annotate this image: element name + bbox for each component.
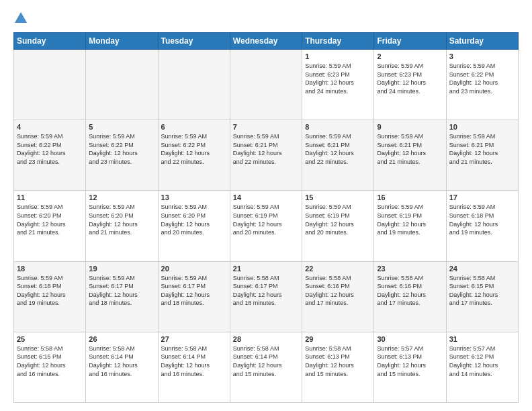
day-info: Sunrise: 5:59 AM Sunset: 6:17 PM Dayligh… xyxy=(161,274,227,308)
day-info: Sunrise: 5:59 AM Sunset: 6:20 PM Dayligh… xyxy=(89,203,154,236)
calendar-cell: 20Sunrise: 5:59 AM Sunset: 6:17 PM Dayli… xyxy=(158,261,230,332)
calendar-week-row: 18Sunrise: 5:59 AM Sunset: 6:18 PM Dayli… xyxy=(14,261,519,332)
day-info: Sunrise: 5:58 AM Sunset: 6:15 PM Dayligh… xyxy=(449,274,515,308)
day-number: 1 xyxy=(305,52,371,60)
calendar-cell: 18Sunrise: 5:59 AM Sunset: 6:18 PM Dayli… xyxy=(14,261,86,332)
day-number: 24 xyxy=(449,265,515,273)
calendar-week-row: 11Sunrise: 5:59 AM Sunset: 6:20 PM Dayli… xyxy=(14,191,519,261)
day-number: 30 xyxy=(377,335,443,343)
calendar-cell: 16Sunrise: 5:59 AM Sunset: 6:19 PM Dayli… xyxy=(374,191,446,261)
day-info: Sunrise: 5:59 AM Sunset: 6:22 PM Dayligh… xyxy=(89,132,154,166)
day-info: Sunrise: 5:59 AM Sunset: 6:18 PM Dayligh… xyxy=(17,274,83,308)
day-info: Sunrise: 5:59 AM Sunset: 6:21 PM Dayligh… xyxy=(377,132,443,166)
day-info: Sunrise: 5:59 AM Sunset: 6:18 PM Dayligh… xyxy=(449,203,515,236)
header-wednesday: Wednesday xyxy=(230,33,302,50)
day-info: Sunrise: 5:59 AM Sunset: 6:21 PM Dayligh… xyxy=(305,132,371,166)
calendar-cell xyxy=(230,50,302,120)
day-number: 15 xyxy=(305,193,371,201)
header-friday: Friday xyxy=(374,33,446,50)
day-number: 19 xyxy=(89,265,154,273)
day-info: Sunrise: 5:58 AM Sunset: 6:14 PM Dayligh… xyxy=(89,345,154,378)
calendar-cell: 12Sunrise: 5:59 AM Sunset: 6:20 PM Dayli… xyxy=(86,191,158,261)
calendar-cell: 31Sunrise: 5:57 AM Sunset: 6:12 PM Dayli… xyxy=(446,332,518,402)
day-info: Sunrise: 5:58 AM Sunset: 6:16 PM Dayligh… xyxy=(305,274,371,308)
day-number: 18 xyxy=(17,265,83,273)
day-info: Sunrise: 5:59 AM Sunset: 6:17 PM Dayligh… xyxy=(89,274,154,308)
day-info: Sunrise: 5:58 AM Sunset: 6:14 PM Dayligh… xyxy=(161,345,227,378)
day-number: 27 xyxy=(161,335,227,343)
day-info: Sunrise: 5:58 AM Sunset: 6:17 PM Dayligh… xyxy=(233,274,299,308)
header-tuesday: Tuesday xyxy=(158,33,230,50)
calendar-cell: 24Sunrise: 5:58 AM Sunset: 6:15 PM Dayli… xyxy=(446,261,518,332)
calendar-cell: 3Sunrise: 5:59 AM Sunset: 6:22 PM Daylig… xyxy=(446,50,518,120)
calendar-cell: 27Sunrise: 5:58 AM Sunset: 6:14 PM Dayli… xyxy=(158,332,230,402)
day-info: Sunrise: 5:59 AM Sunset: 6:19 PM Dayligh… xyxy=(305,203,371,236)
day-info: Sunrise: 5:59 AM Sunset: 6:19 PM Dayligh… xyxy=(233,203,299,236)
day-number: 25 xyxy=(17,335,83,343)
day-number: 21 xyxy=(233,265,299,273)
calendar-cell: 25Sunrise: 5:58 AM Sunset: 6:15 PM Dayli… xyxy=(14,332,86,402)
calendar-cell: 28Sunrise: 5:58 AM Sunset: 6:14 PM Dayli… xyxy=(230,332,302,402)
day-info: Sunrise: 5:59 AM Sunset: 6:22 PM Dayligh… xyxy=(449,62,515,95)
calendar-cell: 15Sunrise: 5:59 AM Sunset: 6:19 PM Dayli… xyxy=(302,191,374,261)
day-info: Sunrise: 5:58 AM Sunset: 6:16 PM Dayligh… xyxy=(377,274,443,308)
calendar-cell: 8Sunrise: 5:59 AM Sunset: 6:21 PM Daylig… xyxy=(302,120,374,191)
calendar-page: Sunday Monday Tuesday Wednesday Thursday… xyxy=(0,0,532,411)
day-number: 16 xyxy=(377,193,443,201)
day-number: 23 xyxy=(377,265,443,273)
day-info: Sunrise: 5:58 AM Sunset: 6:15 PM Dayligh… xyxy=(17,345,83,378)
day-info: Sunrise: 5:59 AM Sunset: 6:23 PM Dayligh… xyxy=(305,62,371,95)
header-thursday: Thursday xyxy=(302,33,374,50)
logo xyxy=(13,11,31,26)
calendar-cell: 10Sunrise: 5:59 AM Sunset: 6:21 PM Dayli… xyxy=(446,120,518,191)
day-number: 4 xyxy=(17,123,83,131)
day-info: Sunrise: 5:59 AM Sunset: 6:19 PM Dayligh… xyxy=(377,203,443,236)
calendar-cell: 11Sunrise: 5:59 AM Sunset: 6:20 PM Dayli… xyxy=(14,191,86,261)
day-number: 22 xyxy=(305,265,371,273)
calendar-week-row: 4Sunrise: 5:59 AM Sunset: 6:22 PM Daylig… xyxy=(14,120,519,191)
calendar-cell xyxy=(14,50,86,120)
calendar-header-row: Sunday Monday Tuesday Wednesday Thursday… xyxy=(14,33,519,50)
logo-icon xyxy=(13,11,28,26)
calendar-cell: 22Sunrise: 5:58 AM Sunset: 6:16 PM Dayli… xyxy=(302,261,374,332)
day-number: 14 xyxy=(233,193,299,201)
day-number: 6 xyxy=(161,123,227,131)
day-number: 7 xyxy=(233,123,299,131)
day-number: 5 xyxy=(89,123,154,131)
calendar-cell: 1Sunrise: 5:59 AM Sunset: 6:23 PM Daylig… xyxy=(302,50,374,120)
calendar-cell: 23Sunrise: 5:58 AM Sunset: 6:16 PM Dayli… xyxy=(374,261,446,332)
day-info: Sunrise: 5:59 AM Sunset: 6:23 PM Dayligh… xyxy=(377,62,443,95)
calendar-cell: 13Sunrise: 5:59 AM Sunset: 6:20 PM Dayli… xyxy=(158,191,230,261)
calendar-cell: 26Sunrise: 5:58 AM Sunset: 6:14 PM Dayli… xyxy=(86,332,158,402)
calendar-cell: 14Sunrise: 5:59 AM Sunset: 6:19 PM Dayli… xyxy=(230,191,302,261)
calendar-cell: 17Sunrise: 5:59 AM Sunset: 6:18 PM Dayli… xyxy=(446,191,518,261)
day-info: Sunrise: 5:57 AM Sunset: 6:12 PM Dayligh… xyxy=(449,345,515,378)
header-saturday: Saturday xyxy=(446,33,518,50)
calendar-cell: 6Sunrise: 5:59 AM Sunset: 6:22 PM Daylig… xyxy=(158,120,230,191)
day-number: 20 xyxy=(161,265,227,273)
calendar-body: 1Sunrise: 5:59 AM Sunset: 6:23 PM Daylig… xyxy=(14,50,519,403)
day-info: Sunrise: 5:59 AM Sunset: 6:21 PM Dayligh… xyxy=(449,132,515,166)
header xyxy=(13,11,519,26)
day-number: 9 xyxy=(377,123,443,131)
day-number: 26 xyxy=(89,335,154,343)
day-info: Sunrise: 5:58 AM Sunset: 6:14 PM Dayligh… xyxy=(233,345,299,378)
day-number: 29 xyxy=(305,335,371,343)
calendar-cell: 19Sunrise: 5:59 AM Sunset: 6:17 PM Dayli… xyxy=(86,261,158,332)
calendar-cell: 2Sunrise: 5:59 AM Sunset: 6:23 PM Daylig… xyxy=(374,50,446,120)
day-number: 10 xyxy=(449,123,515,131)
day-number: 8 xyxy=(305,123,371,131)
header-sunday: Sunday xyxy=(14,33,86,50)
header-monday: Monday xyxy=(86,33,158,50)
calendar-cell: 4Sunrise: 5:59 AM Sunset: 6:22 PM Daylig… xyxy=(14,120,86,191)
day-number: 13 xyxy=(161,193,227,201)
day-number: 17 xyxy=(449,193,515,201)
calendar-week-row: 1Sunrise: 5:59 AM Sunset: 6:23 PM Daylig… xyxy=(14,50,519,120)
calendar-cell: 5Sunrise: 5:59 AM Sunset: 6:22 PM Daylig… xyxy=(86,120,158,191)
calendar-cell: 7Sunrise: 5:59 AM Sunset: 6:21 PM Daylig… xyxy=(230,120,302,191)
calendar-cell: 29Sunrise: 5:58 AM Sunset: 6:13 PM Dayli… xyxy=(302,332,374,402)
calendar-week-row: 25Sunrise: 5:58 AM Sunset: 6:15 PM Dayli… xyxy=(14,332,519,402)
day-info: Sunrise: 5:57 AM Sunset: 6:13 PM Dayligh… xyxy=(377,345,443,378)
day-number: 3 xyxy=(449,52,515,60)
day-info: Sunrise: 5:59 AM Sunset: 6:21 PM Dayligh… xyxy=(233,132,299,166)
